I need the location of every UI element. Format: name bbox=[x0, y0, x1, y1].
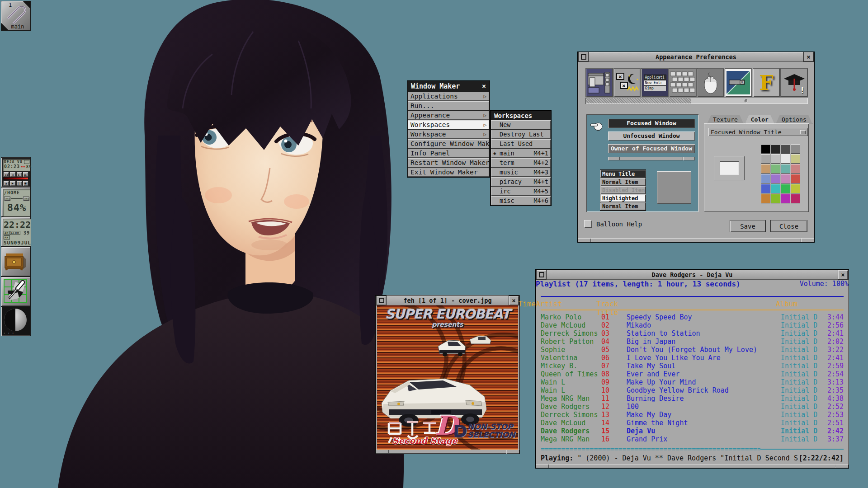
feh-resizebar[interactable] bbox=[376, 450, 519, 454]
palette-color[interactable] bbox=[781, 154, 790, 164]
workspace-menu-item[interactable]: misc M4+6 bbox=[491, 196, 551, 205]
palette-color[interactable] bbox=[781, 174, 790, 183]
color-well[interactable] bbox=[714, 156, 745, 180]
keyboard-icon[interactable] bbox=[669, 68, 697, 97]
playback-button[interactable]: ■ bbox=[23, 181, 28, 186]
root-menu-item[interactable]: Workspace ▷ bbox=[408, 130, 489, 139]
root-menu-item[interactable]: Applications ▷ bbox=[408, 92, 489, 101]
icon-background-sample[interactable] bbox=[657, 171, 691, 204]
window-appearance-icon[interactable] bbox=[585, 68, 613, 97]
palette-color[interactable] bbox=[781, 144, 790, 154]
prefs-titlebar[interactable]: Appearance Preferences × bbox=[578, 52, 814, 62]
playback-button[interactable]: ▲ bbox=[3, 181, 9, 186]
menu-sample-item[interactable]: Menu Title bbox=[600, 170, 646, 178]
column-artist[interactable]: Artist bbox=[536, 300, 562, 308]
root-menu-item[interactable]: Info Panel bbox=[408, 149, 489, 158]
playlist-row[interactable]: Sophie 05 Don't You (Forget About My Lov… bbox=[541, 346, 844, 354]
menu-sample-item[interactable]: Normal Item bbox=[600, 178, 646, 186]
root-menu-item[interactable]: Exit Window Maker bbox=[408, 168, 489, 177]
transport-button[interactable]: ◀ bbox=[9, 172, 15, 177]
palette-color[interactable] bbox=[761, 164, 770, 174]
window-focus-icon[interactable]: ×× bbox=[613, 68, 641, 97]
miniaturize-button[interactable] bbox=[376, 296, 387, 305]
playlist-row[interactable]: Dave Rodgers 15 Deja Vu Initial D 2:42 bbox=[541, 427, 844, 435]
close-button[interactable]: × bbox=[509, 296, 519, 305]
font-icon[interactable]: F bbox=[753, 68, 780, 97]
palette-color[interactable] bbox=[791, 144, 800, 154]
palette-color[interactable] bbox=[781, 164, 790, 174]
transport-button[interactable]: ◀◀ bbox=[3, 172, 9, 177]
palette-color[interactable] bbox=[771, 144, 780, 154]
workspace-menu-item[interactable]: ◈ main M4+1 bbox=[491, 149, 551, 158]
palette-color[interactable] bbox=[791, 164, 800, 174]
workspace-menu-item[interactable]: New bbox=[491, 120, 551, 129]
column-time[interactable]: Time bbox=[518, 300, 536, 308]
seek-progress-line[interactable]: ========================================… bbox=[541, 445, 844, 453]
palette-color[interactable] bbox=[761, 154, 770, 164]
palette-color[interactable] bbox=[771, 164, 780, 174]
playlist-row[interactable]: Derreck Simons 03 Station to Station Ini… bbox=[541, 329, 844, 338]
root-menu-item[interactable]: Configure Window Maker bbox=[408, 139, 489, 148]
tab-texture[interactable]: Texture bbox=[707, 115, 744, 124]
palette-color[interactable] bbox=[781, 194, 790, 203]
root-menu-item[interactable]: Appearance ▷ bbox=[408, 111, 489, 120]
expert-icon[interactable]: ! bbox=[780, 68, 808, 97]
feh-titlebar[interactable]: feh [1 of 1] - cover.jpg × bbox=[376, 296, 519, 305]
workspace-menu-item[interactable]: piracy M4+t bbox=[491, 177, 551, 186]
palette-color[interactable] bbox=[771, 154, 780, 164]
close-button[interactable]: × bbox=[803, 52, 814, 62]
column-album[interactable]: Album bbox=[776, 300, 797, 308]
disk-prev-arrow[interactable]: ← bbox=[4, 197, 10, 201]
playback-button[interactable]: ▶ bbox=[9, 181, 15, 186]
dockapp-clock[interactable]: 22:22 AM ALRM 39 PM SUN09JUL bbox=[1, 217, 31, 247]
playlist-row[interactable]: Wain L 09 Make Up Your Mind Initial D 3:… bbox=[541, 378, 844, 386]
dockapp-drawer[interactable] bbox=[1, 247, 31, 277]
color-target-dropdown[interactable]: Focused Window Title bbox=[708, 128, 808, 136]
focused-window-sample[interactable]: Focused Window bbox=[608, 119, 695, 128]
menu-sample[interactable]: Menu TitleNormal ItemDisabled ItemHighli… bbox=[600, 169, 646, 211]
disk-next-arrow[interactable]: → bbox=[23, 197, 29, 201]
dockapp-music-player[interactable]: DEJA VU 02:23 ▪▪ 85 ◀◀◀▶▶▶ ▲▶||■ bbox=[1, 157, 31, 187]
root-menu-titlebar[interactable]: Window Maker × bbox=[408, 81, 489, 91]
palette-color[interactable] bbox=[761, 174, 770, 183]
menu-sample-item[interactable]: Normal Item bbox=[600, 202, 646, 210]
workspace-menu-item[interactable]: Destroy Last bbox=[491, 130, 551, 139]
root-menu-close-icon[interactable]: × bbox=[482, 82, 486, 90]
transport-button[interactable]: ▶ bbox=[16, 172, 22, 177]
resizebar-sample[interactable] bbox=[608, 157, 695, 160]
player-titlebar[interactable]: Dave Rodgers - Deja Vu × bbox=[536, 270, 849, 280]
playlist-row[interactable]: Mega NRG Man 11 Burning Desire Initial D… bbox=[541, 394, 844, 403]
palette-color[interactable] bbox=[771, 184, 780, 193]
dockapp-theme-switcher[interactable]: . . . bbox=[1, 306, 31, 336]
workspace-menu-item[interactable]: music M4+3 bbox=[491, 168, 551, 177]
root-menu-item[interactable]: Restart Window Maker bbox=[408, 158, 489, 167]
miniaturize-button[interactable] bbox=[578, 52, 589, 62]
scrollbar-knob[interactable] bbox=[745, 99, 748, 103]
balloon-help-checkbox[interactable] bbox=[584, 220, 592, 228]
playlist-row[interactable]: Robert Patton 04 Big in Japan Initial D … bbox=[541, 338, 844, 346]
playlist-row[interactable]: Dave Rodgers 12 100 Initial D 2:52 bbox=[541, 403, 844, 411]
playlist-row[interactable]: Mega NRG Man 16 Grand Prix Initial D 3:3… bbox=[541, 435, 844, 443]
workspace-menu-item[interactable]: term M4+2 bbox=[491, 158, 551, 167]
menu-preferences-icon[interactable]: Applicati New Entr Gimp bbox=[641, 68, 669, 97]
owner-window-sample[interactable]: Owner of Focused Window bbox=[608, 144, 695, 153]
menu-sample-item[interactable]: Disabled Item bbox=[600, 186, 646, 194]
close-button[interactable]: × bbox=[838, 270, 848, 280]
icon-row-scrollbar[interactable] bbox=[585, 98, 808, 104]
unfocused-window-sample[interactable]: Unfocused Window bbox=[608, 131, 695, 141]
palette-color[interactable] bbox=[761, 144, 770, 154]
palette-color[interactable] bbox=[781, 184, 790, 193]
workspace-menu-item[interactable]: irc M4+5 bbox=[491, 187, 551, 196]
playlist-row[interactable]: Valentina 06 I Love You Like You Are Ini… bbox=[541, 354, 844, 362]
playlist-row[interactable]: Wain L 10 Goodbye Yellow Brick Road Init… bbox=[541, 386, 844, 394]
palette-color[interactable] bbox=[791, 194, 800, 203]
palette-color[interactable] bbox=[761, 184, 770, 193]
playlist-row[interactable]: Queen of Times 08 Ever and Ever Initial … bbox=[541, 370, 844, 378]
save-button[interactable]: Save bbox=[730, 220, 766, 232]
workspace-clip[interactable]: 1 main bbox=[1, 1, 31, 31]
root-menu-item[interactable]: Run... bbox=[408, 101, 489, 110]
tab-options[interactable]: Options bbox=[776, 115, 812, 124]
close-dialog-button[interactable]: Close bbox=[770, 220, 807, 232]
appearance-icon[interactable]: × bbox=[725, 68, 752, 97]
player-resizebar[interactable] bbox=[536, 464, 849, 468]
